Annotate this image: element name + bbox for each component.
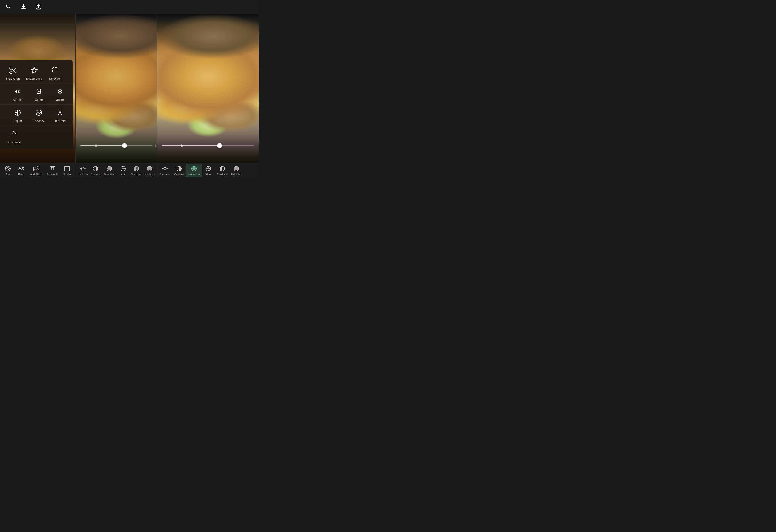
star-icon <box>29 65 39 75</box>
tool-row-2: Stretch Clone <box>0 83 73 105</box>
saturation-button-mid[interactable]: Saturation <box>102 164 117 177</box>
bottom-panel-right: Brightness Contrast Saturation <box>158 163 259 177</box>
slider-right <box>158 142 259 149</box>
hue-label-right: Hue <box>206 173 211 176</box>
shadows-button-mid[interactable]: Shadows <box>130 164 143 177</box>
slider-thumb-mid[interactable] <box>122 143 127 148</box>
effect-label: Effect <box>18 173 24 176</box>
svg-rect-26 <box>65 166 69 171</box>
svg-point-21 <box>35 168 35 169</box>
shadows-button-right[interactable]: Shadows <box>215 164 229 177</box>
highlights-label-right: Highlights <box>231 173 241 176</box>
svg-point-0 <box>10 71 12 74</box>
brightness-button-mid[interactable]: Brightess <box>76 164 89 177</box>
shape-crop-label: Shape Crop <box>26 77 42 80</box>
stretch-tool[interactable]: Stretch <box>7 84 28 103</box>
highlights-icon-mid <box>146 165 153 172</box>
highlights-button-right[interactable]: Highlights <box>229 164 243 177</box>
flip-rotate-icon <box>8 128 18 139</box>
contrast-button-mid[interactable]: Contrast <box>89 164 102 177</box>
bottom-panel-left: Tool FX Effect Add Photo <box>0 163 75 177</box>
contrast-label-mid: Contrast <box>90 173 101 176</box>
tool-row-4: Flip/Rotate <box>0 126 73 147</box>
border-button[interactable]: Border <box>61 164 74 177</box>
brightness-label-mid: Brightess <box>78 173 88 176</box>
undo-button[interactable] <box>5 3 11 11</box>
burger-image-mid <box>76 14 157 163</box>
burger-image-right <box>158 14 259 163</box>
slider-fill-right <box>162 145 219 146</box>
selection-icon <box>50 65 60 75</box>
hue-icon-right <box>205 165 212 172</box>
download-button[interactable] <box>21 3 26 11</box>
adjust-icon <box>12 107 23 118</box>
share-button[interactable] <box>36 3 41 11</box>
saturation-button-right[interactable]: Saturation <box>186 164 202 177</box>
square-fit-button[interactable]: Square Fit <box>44 164 60 177</box>
contrast-button-right[interactable]: Contrast <box>172 164 186 177</box>
top-bar <box>0 0 259 14</box>
clone-tool[interactable]: Clone <box>28 84 49 103</box>
brightness-icon-right <box>162 165 169 172</box>
brightness-icon-mid <box>79 165 86 172</box>
contrast-label-right: Contrast <box>174 173 184 176</box>
contrast-icon-mid <box>92 165 99 172</box>
slider-fill-mid <box>80 145 124 146</box>
svg-rect-25 <box>51 168 54 170</box>
shadows-icon-right <box>219 165 226 172</box>
brightness-label-right: Brightness <box>159 173 170 176</box>
svg-point-12 <box>12 134 13 134</box>
effect-icon: FX <box>18 165 25 172</box>
svg-rect-24 <box>50 166 55 171</box>
tilt-shift-tool[interactable]: Tilt Shift <box>49 105 70 124</box>
tilt-shift-label: Tilt Shift <box>55 119 65 123</box>
tool-menu: Free Crop Shape Crop <box>0 60 73 149</box>
hue-icon-mid <box>120 165 127 172</box>
brightness-button-right[interactable]: Brightness <box>158 164 172 177</box>
border-icon <box>63 165 70 172</box>
free-crop-label: Free Crop <box>6 77 20 80</box>
adjust-tool[interactable]: Adjust <box>7 105 28 124</box>
tool-button[interactable]: Tool <box>1 164 14 177</box>
contrast-icon-right <box>176 165 183 172</box>
stretch-label: Stretch <box>13 98 22 101</box>
tool-label: Tool <box>5 173 10 176</box>
motion-icon <box>55 86 65 97</box>
svg-point-5 <box>37 89 41 91</box>
slider-track-mid[interactable]: 18 <box>80 145 152 146</box>
hue-button-right[interactable]: Hue <box>202 164 215 177</box>
selection-tool[interactable]: Selection <box>45 63 66 82</box>
shadows-label-right: Shadows <box>217 173 227 176</box>
highlights-button-mid[interactable]: Highlights <box>143 164 156 177</box>
slider-thumb-right[interactable] <box>217 143 222 148</box>
left-panel: Free Crop Shape Crop <box>0 14 75 163</box>
free-crop-tool[interactable]: Free Crop <box>2 63 23 82</box>
right-panel <box>158 14 259 163</box>
flip-rotate-tool[interactable]: Flip/Rotate <box>2 127 23 146</box>
saturation-icon-mid <box>106 165 113 172</box>
hue-button-mid[interactable]: Hue <box>117 164 130 177</box>
add-photo-icon <box>33 165 40 172</box>
selection-label: Selection <box>49 77 61 80</box>
slider-track-right[interactable] <box>162 145 254 146</box>
flip-rotate-label: Flip/Rotate <box>6 141 20 144</box>
shape-crop-tool[interactable]: Shape Crop <box>23 63 45 82</box>
stretch-icon <box>12 86 23 97</box>
svg-point-6 <box>37 92 41 94</box>
effect-button[interactable]: FX Effect <box>15 164 28 177</box>
bottom-panel-mid: Brightess Contrast Saturation <box>75 163 158 177</box>
add-photo-button[interactable]: Add Photo <box>28 164 44 177</box>
svg-point-48 <box>164 168 166 170</box>
highlights-icon-right <box>233 165 240 172</box>
highlights-label-mid: Highlights <box>144 173 155 176</box>
tool-row-3: Adjust Enhance <box>0 105 73 126</box>
bottom-toolbar: Tool FX Effect Add Photo <box>0 163 259 177</box>
svg-point-15 <box>7 168 9 170</box>
shadows-label-mid: Shadows <box>131 173 142 176</box>
motion-tool[interactable]: Motion <box>49 84 70 103</box>
enhance-tool[interactable]: Enhance <box>28 105 49 124</box>
square-fit-label: Square Fit <box>46 173 58 176</box>
slider-mid: 18 <box>76 142 157 149</box>
main-content: Free Crop Shape Crop <box>0 14 259 163</box>
tool-row-1: Free Crop Shape Crop <box>0 62 73 83</box>
